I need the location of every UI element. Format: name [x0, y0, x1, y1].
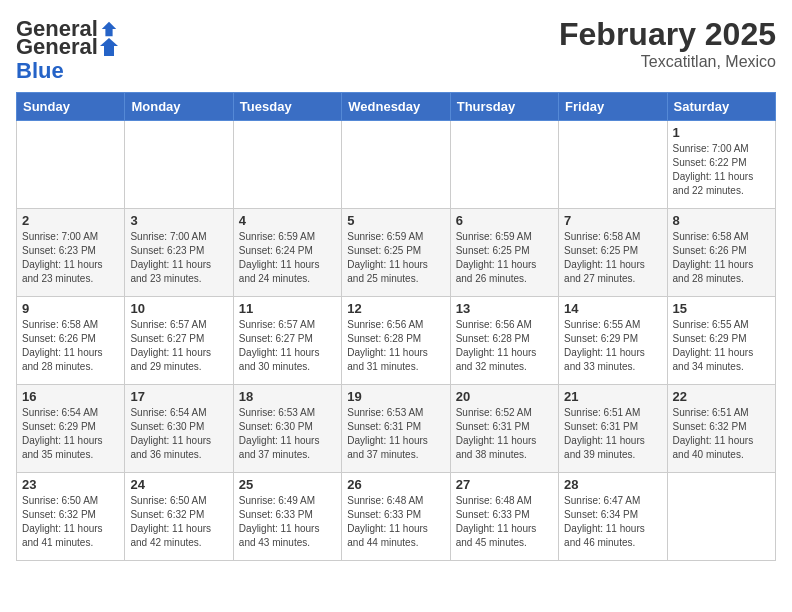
calendar-cell: 25Sunrise: 6:49 AMSunset: 6:33 PMDayligh…	[233, 473, 341, 561]
day-info: Sunrise: 6:50 AMSunset: 6:32 PMDaylight:…	[130, 494, 227, 550]
calendar-week-row: 1Sunrise: 7:00 AMSunset: 6:22 PMDaylight…	[17, 121, 776, 209]
day-number: 24	[130, 477, 227, 492]
calendar-cell: 18Sunrise: 6:53 AMSunset: 6:30 PMDayligh…	[233, 385, 341, 473]
day-info: Sunrise: 6:58 AMSunset: 6:26 PMDaylight:…	[22, 318, 119, 374]
header-saturday: Saturday	[667, 93, 775, 121]
day-info: Sunrise: 6:51 AMSunset: 6:31 PMDaylight:…	[564, 406, 661, 462]
day-info: Sunrise: 6:51 AMSunset: 6:32 PMDaylight:…	[673, 406, 770, 462]
calendar-cell: 8Sunrise: 6:58 AMSunset: 6:26 PMDaylight…	[667, 209, 775, 297]
calendar-cell: 26Sunrise: 6:48 AMSunset: 6:33 PMDayligh…	[342, 473, 450, 561]
logo-flag-icon	[99, 37, 119, 57]
header-sunday: Sunday	[17, 93, 125, 121]
calendar-cell: 5Sunrise: 6:59 AMSunset: 6:25 PMDaylight…	[342, 209, 450, 297]
day-info: Sunrise: 6:48 AMSunset: 6:33 PMDaylight:…	[347, 494, 444, 550]
calendar-cell: 1Sunrise: 7:00 AMSunset: 6:22 PMDaylight…	[667, 121, 775, 209]
header-friday: Friday	[559, 93, 667, 121]
day-number: 16	[22, 389, 119, 404]
day-number: 23	[22, 477, 119, 492]
day-number: 5	[347, 213, 444, 228]
calendar-cell: 15Sunrise: 6:55 AMSunset: 6:29 PMDayligh…	[667, 297, 775, 385]
calendar-cell: 6Sunrise: 6:59 AMSunset: 6:25 PMDaylight…	[450, 209, 558, 297]
day-number: 19	[347, 389, 444, 404]
calendar-cell: 13Sunrise: 6:56 AMSunset: 6:28 PMDayligh…	[450, 297, 558, 385]
day-info: Sunrise: 6:59 AMSunset: 6:25 PMDaylight:…	[347, 230, 444, 286]
day-info: Sunrise: 6:54 AMSunset: 6:30 PMDaylight:…	[130, 406, 227, 462]
day-info: Sunrise: 6:48 AMSunset: 6:33 PMDaylight:…	[456, 494, 553, 550]
day-number: 15	[673, 301, 770, 316]
day-number: 26	[347, 477, 444, 492]
day-info: Sunrise: 6:55 AMSunset: 6:29 PMDaylight:…	[564, 318, 661, 374]
day-info: Sunrise: 6:56 AMSunset: 6:28 PMDaylight:…	[456, 318, 553, 374]
calendar-header-row: Sunday Monday Tuesday Wednesday Thursday…	[17, 93, 776, 121]
day-info: Sunrise: 6:50 AMSunset: 6:32 PMDaylight:…	[22, 494, 119, 550]
day-number: 6	[456, 213, 553, 228]
calendar-cell: 14Sunrise: 6:55 AMSunset: 6:29 PMDayligh…	[559, 297, 667, 385]
day-info: Sunrise: 6:53 AMSunset: 6:30 PMDaylight:…	[239, 406, 336, 462]
calendar-cell: 10Sunrise: 6:57 AMSunset: 6:27 PMDayligh…	[125, 297, 233, 385]
day-number: 4	[239, 213, 336, 228]
calendar-cell	[450, 121, 558, 209]
day-info: Sunrise: 7:00 AMSunset: 6:22 PMDaylight:…	[673, 142, 770, 198]
calendar-cell: 24Sunrise: 6:50 AMSunset: 6:32 PMDayligh…	[125, 473, 233, 561]
calendar-cell: 17Sunrise: 6:54 AMSunset: 6:30 PMDayligh…	[125, 385, 233, 473]
day-number: 13	[456, 301, 553, 316]
day-info: Sunrise: 6:59 AMSunset: 6:24 PMDaylight:…	[239, 230, 336, 286]
page-header: General General Blue February 2025 Texca…	[16, 16, 776, 84]
day-info: Sunrise: 6:47 AMSunset: 6:34 PMDaylight:…	[564, 494, 661, 550]
calendar-cell	[233, 121, 341, 209]
day-info: Sunrise: 6:57 AMSunset: 6:27 PMDaylight:…	[239, 318, 336, 374]
header-wednesday: Wednesday	[342, 93, 450, 121]
month-title: February 2025	[559, 16, 776, 53]
day-info: Sunrise: 6:56 AMSunset: 6:28 PMDaylight:…	[347, 318, 444, 374]
day-info: Sunrise: 6:53 AMSunset: 6:31 PMDaylight:…	[347, 406, 444, 462]
day-number: 25	[239, 477, 336, 492]
day-info: Sunrise: 6:58 AMSunset: 6:25 PMDaylight:…	[564, 230, 661, 286]
calendar-cell	[125, 121, 233, 209]
day-info: Sunrise: 6:55 AMSunset: 6:29 PMDaylight:…	[673, 318, 770, 374]
calendar-week-row: 9Sunrise: 6:58 AMSunset: 6:26 PMDaylight…	[17, 297, 776, 385]
calendar-cell: 2Sunrise: 7:00 AMSunset: 6:23 PMDaylight…	[17, 209, 125, 297]
day-info: Sunrise: 6:57 AMSunset: 6:27 PMDaylight:…	[130, 318, 227, 374]
calendar-cell: 7Sunrise: 6:58 AMSunset: 6:25 PMDaylight…	[559, 209, 667, 297]
day-info: Sunrise: 7:00 AMSunset: 6:23 PMDaylight:…	[130, 230, 227, 286]
calendar-cell: 28Sunrise: 6:47 AMSunset: 6:34 PMDayligh…	[559, 473, 667, 561]
day-number: 17	[130, 389, 227, 404]
day-number: 8	[673, 213, 770, 228]
calendar-cell: 20Sunrise: 6:52 AMSunset: 6:31 PMDayligh…	[450, 385, 558, 473]
calendar-cell: 22Sunrise: 6:51 AMSunset: 6:32 PMDayligh…	[667, 385, 775, 473]
calendar-cell	[667, 473, 775, 561]
calendar-cell: 11Sunrise: 6:57 AMSunset: 6:27 PMDayligh…	[233, 297, 341, 385]
calendar-cell: 3Sunrise: 7:00 AMSunset: 6:23 PMDaylight…	[125, 209, 233, 297]
logo-blue-label: Blue	[16, 58, 64, 84]
day-number: 14	[564, 301, 661, 316]
day-number: 21	[564, 389, 661, 404]
day-number: 27	[456, 477, 553, 492]
day-number: 18	[239, 389, 336, 404]
calendar-cell: 27Sunrise: 6:48 AMSunset: 6:33 PMDayligh…	[450, 473, 558, 561]
day-info: Sunrise: 6:59 AMSunset: 6:25 PMDaylight:…	[456, 230, 553, 286]
logo-general-label: General	[16, 34, 98, 60]
location-title: Texcatitlan, Mexico	[559, 53, 776, 71]
day-number: 7	[564, 213, 661, 228]
calendar-cell: 4Sunrise: 6:59 AMSunset: 6:24 PMDaylight…	[233, 209, 341, 297]
calendar-cell: 23Sunrise: 6:50 AMSunset: 6:32 PMDayligh…	[17, 473, 125, 561]
calendar-cell	[342, 121, 450, 209]
calendar-cell: 16Sunrise: 6:54 AMSunset: 6:29 PMDayligh…	[17, 385, 125, 473]
calendar-cell: 21Sunrise: 6:51 AMSunset: 6:31 PMDayligh…	[559, 385, 667, 473]
svg-marker-1	[100, 38, 118, 56]
title-section: February 2025 Texcatitlan, Mexico	[559, 16, 776, 71]
calendar-week-row: 2Sunrise: 7:00 AMSunset: 6:23 PMDaylight…	[17, 209, 776, 297]
header-tuesday: Tuesday	[233, 93, 341, 121]
day-info: Sunrise: 6:52 AMSunset: 6:31 PMDaylight:…	[456, 406, 553, 462]
day-number: 3	[130, 213, 227, 228]
calendar-cell	[559, 121, 667, 209]
header-monday: Monday	[125, 93, 233, 121]
calendar-cell: 9Sunrise: 6:58 AMSunset: 6:26 PMDaylight…	[17, 297, 125, 385]
day-info: Sunrise: 7:00 AMSunset: 6:23 PMDaylight:…	[22, 230, 119, 286]
day-number: 2	[22, 213, 119, 228]
day-info: Sunrise: 6:58 AMSunset: 6:26 PMDaylight:…	[673, 230, 770, 286]
calendar-week-row: 16Sunrise: 6:54 AMSunset: 6:29 PMDayligh…	[17, 385, 776, 473]
calendar-cell: 12Sunrise: 6:56 AMSunset: 6:28 PMDayligh…	[342, 297, 450, 385]
calendar-cell	[17, 121, 125, 209]
day-info: Sunrise: 6:54 AMSunset: 6:29 PMDaylight:…	[22, 406, 119, 462]
